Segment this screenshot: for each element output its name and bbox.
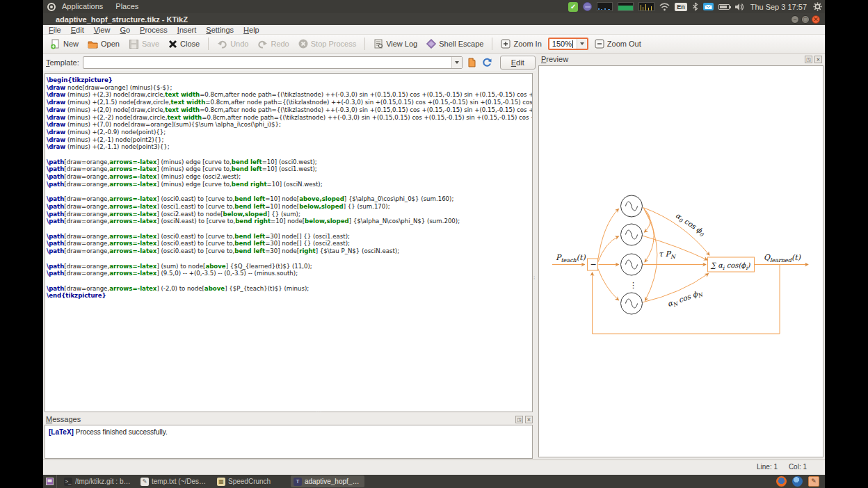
code-line[interactable]: \draw (minus) +(7,0) node[draw=orange](s…	[47, 121, 532, 129]
close-window-button[interactable]: ✕	[812, 15, 820, 24]
new-button[interactable]: New	[47, 38, 81, 51]
zoom-level-combo[interactable]: 150%	[548, 38, 588, 50]
wifi-icon[interactable]	[659, 3, 670, 11]
code-line[interactable]: \draw (minus) +(2,3) node[draw,circle,te…	[47, 91, 532, 99]
code-line[interactable]	[47, 255, 532, 263]
save-button[interactable]: Save	[126, 38, 162, 51]
zoom-combo-arrow[interactable]	[577, 39, 587, 49]
preview-canvas[interactable]: − ⋮ Pteach(t) Qlearned(t) ∑ αi cos(ϕi) τ…	[538, 65, 823, 457]
taskbar-item-texteditor[interactable]: ✎ temp.txt (~/Desktop...	[138, 475, 211, 487]
keyboard-layout-indicator[interactable]: En	[675, 3, 687, 11]
volume-icon[interactable]	[734, 3, 744, 11]
edge-minus-osci1	[598, 236, 619, 263]
code-line[interactable]: \path[draw=orange,arrows=-latex] (osci0.…	[47, 233, 532, 241]
code-line[interactable]	[47, 225, 532, 233]
taskbar-item-terminal[interactable]: >_ /tmp/ktikz.git : bash ...	[61, 475, 135, 487]
menu-edit[interactable]: Edit	[71, 26, 84, 34]
template-edit-button[interactable]: Edit	[500, 56, 536, 70]
menu-process[interactable]: Process	[140, 26, 168, 34]
code-line[interactable]: \path[draw=orange,arrows=-latex] (osci1.…	[47, 203, 532, 211]
messages-log[interactable]: [LaTeX] Process finished successfully.	[45, 425, 533, 459]
arc-osci0-osci1	[643, 209, 650, 233]
code-line[interactable]: \path[draw=orange,arrows=-latex] (minus)…	[47, 158, 532, 166]
code-line[interactable]	[47, 277, 532, 285]
code-line[interactable]: \path[draw=orange,arrows=-latex] (osci2.…	[47, 211, 532, 218]
code-line[interactable]: \path[draw=orange,arrows=-latex] (minus)…	[47, 165, 532, 173]
taskbar-item-speedcrunch[interactable]: ▦ SpeedCrunch	[214, 475, 288, 487]
memory-monitor-graph[interactable]	[618, 2, 634, 11]
code-line[interactable]: \begin{tikzpicture}	[47, 76, 532, 84]
code-line[interactable]: \path[draw=orange,arrows=-latex] (osciN.…	[47, 218, 532, 225]
code-line[interactable]: \path[draw=orange,arrows=-latex] (-2,0) …	[47, 285, 532, 293]
view-log-button[interactable]: View Log	[371, 38, 420, 50]
code-line[interactable]: \path[draw=orange,arrows=-latex] (osci0.…	[47, 240, 532, 247]
code-line[interactable]: \draw (minus) +(2,0) node[draw,circle,te…	[47, 106, 532, 114]
menu-file[interactable]: File	[49, 26, 61, 34]
undo-button[interactable]: Undo	[214, 38, 251, 50]
show-desktop-button[interactable]	[43, 475, 57, 488]
close-button[interactable]: Close	[166, 38, 202, 50]
zoom-out-button[interactable]: Zoom Out	[592, 38, 644, 50]
output-label: Qlearned(t)	[764, 253, 801, 263]
code-line[interactable]: \path[draw=orange,arrows=-latex] (minus)…	[47, 173, 532, 181]
bluetooth-icon[interactable]	[692, 2, 698, 11]
float-panel-icon[interactable]: ◳	[515, 416, 523, 423]
close-panel-icon[interactable]: ✕	[814, 56, 822, 63]
network-monitor-graph[interactable]	[638, 2, 654, 11]
titlebar[interactable]: adaptive_hopf_structure.tikz - KTikZ − □…	[43, 13, 825, 25]
open-button[interactable]: Open	[85, 38, 122, 51]
updates-ok-icon[interactable]: ✓	[568, 2, 578, 12]
clock[interactable]: Thu Sep 3 17:57	[749, 3, 808, 11]
template-new-button[interactable]	[466, 56, 478, 69]
menu-insert[interactable]: Insert	[177, 26, 197, 34]
code-line[interactable]	[47, 188, 532, 196]
distributor-logo-icon[interactable]	[47, 3, 56, 11]
template-combo[interactable]	[83, 56, 463, 69]
code-line[interactable]: \draw (minus) +(2,-1) node(point2){};	[47, 136, 532, 144]
menu-view[interactable]: View	[94, 26, 111, 34]
taskbar-item-ktikz[interactable]: T adaptive_hopf_struc...	[291, 475, 364, 487]
alpha0-label: α0 cos ϕ0	[673, 211, 707, 238]
template-combo-arrow[interactable]	[451, 57, 462, 68]
cpu-monitor-graph[interactable]	[597, 2, 613, 11]
code-line[interactable]: \path[draw=orange,arrows=-latex] (sum) t…	[47, 263, 532, 270]
code-line[interactable]: \draw (minus) +(2,-0.9) node(point){};	[47, 129, 532, 136]
close-icon	[168, 40, 177, 49]
code-line[interactable]: \draw (minus) +(2,1.5) node[draw,circle,…	[47, 99, 532, 106]
globe-app-icon[interactable]	[792, 476, 803, 487]
top-panel: Applications Places ✓ En Thu Sep 3 17:57	[43, 0, 825, 13]
code-line[interactable]: \end{tikzpicture}	[47, 292, 532, 300]
battery-icon[interactable]	[718, 4, 730, 10]
active-app-tile-icon[interactable]: ✎	[808, 476, 819, 487]
open-folder-icon	[88, 39, 98, 49]
float-panel-icon[interactable]: ◳	[805, 56, 812, 63]
menu-help[interactable]: Help	[243, 26, 259, 34]
code-line[interactable]: \path[draw=orange,arrows=-latex] (osci0.…	[47, 195, 532, 203]
places-menu[interactable]: Places	[109, 0, 145, 13]
menu-settings[interactable]: Settings	[206, 26, 234, 34]
message-text: Process finished successfully.	[74, 428, 168, 436]
shell-escape-button[interactable]: Shell Escape	[424, 38, 486, 50]
tau-label: τ PN	[659, 250, 677, 260]
redo-button[interactable]: Redo	[255, 38, 291, 50]
menu-go[interactable]: Go	[120, 26, 130, 34]
firefox-icon[interactable]	[776, 476, 787, 487]
code-editor[interactable]: \begin{tikzpicture}\draw node[draw=orang…	[45, 73, 533, 412]
code-line[interactable]	[47, 151, 532, 158]
code-line[interactable]: \path[draw=orange,arrows=-latex] (osci0.…	[47, 247, 532, 255]
mail-icon[interactable]	[703, 2, 714, 11]
code-line[interactable]: \path[draw=orange,arrows=-latex] (minus)…	[47, 181, 532, 188]
session-gear-icon[interactable]	[813, 2, 822, 11]
close-panel-icon[interactable]: ✕	[525, 416, 533, 423]
zoom-in-button[interactable]: Zoom In	[498, 38, 544, 50]
minimize-button[interactable]: −	[791, 15, 799, 24]
code-line[interactable]: \draw (minus) +(2,-2) node[draw,circle,t…	[47, 114, 532, 122]
code-line[interactable]: \draw (minus) +(2,-1.1) node(point3){};	[47, 143, 532, 151]
template-reload-button[interactable]	[481, 56, 493, 69]
code-line[interactable]: \path[draw=orange,arrows=-latex] (9.5,0)…	[47, 270, 532, 277]
maximize-button[interactable]: □	[801, 15, 810, 24]
applications-menu[interactable]: Applications	[56, 0, 109, 13]
code-line[interactable]: \draw node[draw=orange] (minus){$-$};	[47, 84, 532, 92]
globe-applet-icon[interactable]	[583, 2, 592, 11]
stop-process-button[interactable]: Stop Process	[296, 38, 359, 50]
